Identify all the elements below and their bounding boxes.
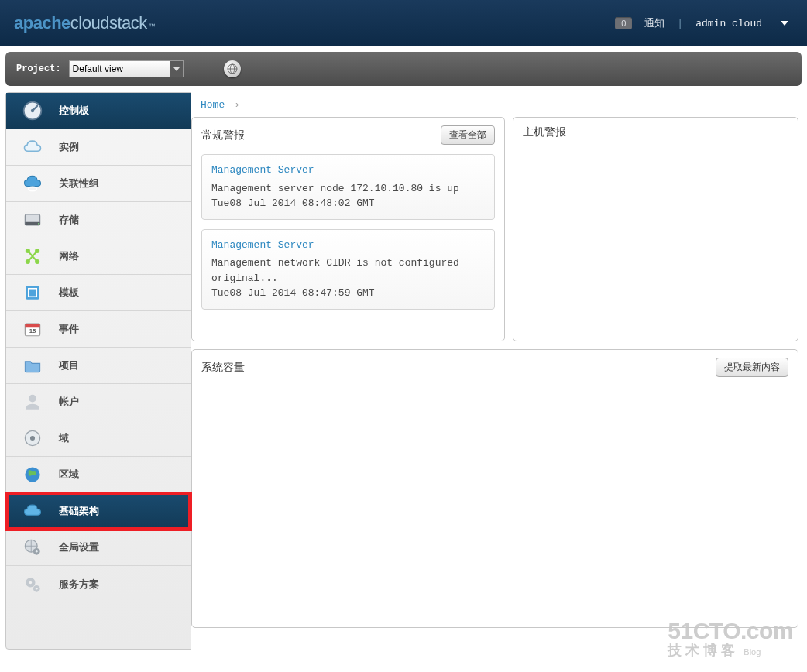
svg-point-28 <box>36 587 38 589</box>
general-alerts-panel: 常规警报 查看全部 Management Server Management s… <box>191 117 505 341</box>
user-icon <box>22 391 43 413</box>
alert-title: Management Server <box>211 238 485 253</box>
svg-point-20 <box>30 436 35 441</box>
svg-point-18 <box>29 395 36 403</box>
alert-card[interactable]: Management Server Management server node… <box>201 154 495 220</box>
separator: | <box>677 18 683 29</box>
sidebar-item-label: 存储 <box>59 213 79 227</box>
sidebar-item-domains[interactable]: 域 <box>6 420 191 457</box>
svg-point-24 <box>36 550 38 553</box>
project-select-value: Default view <box>73 63 123 74</box>
panel-title: 主机警报 <box>523 125 566 139</box>
sidebar-item-global-settings[interactable]: 全局设置 <box>6 530 191 566</box>
breadcrumb: Home › <box>191 92 802 117</box>
refresh-button[interactable]: 提取最新内容 <box>716 358 788 377</box>
sidebar-item-label: 区域 <box>59 468 79 482</box>
sidebar-item-label: 模板 <box>59 286 79 300</box>
sidebar-item-label: 全局设置 <box>59 540 99 554</box>
sidebar-item-accounts[interactable]: 帐户 <box>6 384 191 420</box>
sidebar-item-templates[interactable]: 模板 <box>6 275 191 311</box>
chevron-right-icon: › <box>235 98 239 110</box>
alert-body: Management network CIDR is not configure… <box>211 255 485 286</box>
sidebar-item-network[interactable]: 网络 <box>6 238 191 275</box>
sidebar-item-infrastructure[interactable]: 基础架构 <box>6 493 191 530</box>
calendar-icon: 15 <box>22 318 43 340</box>
alert-timestamp: Tue08 Jul 2014 08:48:02 GMT <box>211 196 485 211</box>
dashboard-icon <box>22 100 43 122</box>
sidebar-item-regions[interactable]: 区域 <box>6 457 191 493</box>
svg-point-4 <box>31 109 34 112</box>
main-content: Home › 常规警报 查看全部 Management Server Manag… <box>191 92 802 650</box>
gears-icon <box>22 574 43 595</box>
notification-label[interactable]: 通知 <box>644 16 664 30</box>
svg-point-26 <box>29 581 33 584</box>
sidebar-item-label: 关联性组 <box>59 177 99 190</box>
sidebar-item-projects[interactable]: 项目 <box>6 348 191 384</box>
system-capacity-panel: 系统容量 提取最新内容 <box>191 349 798 628</box>
sidebar-item-storage[interactable]: 存储 <box>6 202 191 238</box>
project-toolbar: Project: Default view <box>5 52 802 86</box>
sidebar-item-instances[interactable]: 实例 <box>6 129 191 166</box>
network-icon <box>22 245 43 267</box>
svg-point-8 <box>38 223 39 225</box>
sidebar-item-label: 控制板 <box>59 104 89 118</box>
panel-title: 系统容量 <box>201 361 245 375</box>
sidebar-item-label: 域 <box>59 431 69 445</box>
project-label: Project: <box>16 63 61 74</box>
top-header: apache cloudstack ™ 0 通知 | admin cloud <box>0 0 807 46</box>
globe-icon <box>226 63 239 75</box>
host-alerts-panel: 主机警报 <box>513 117 798 341</box>
sidebar-item-label: 基础架构 <box>59 504 99 518</box>
chevron-down-icon <box>170 61 183 77</box>
sidebar-item-affinity[interactable]: 关联性组 <box>6 166 191 202</box>
storage-icon <box>22 209 43 231</box>
alert-timestamp: Tue08 Jul 2014 08:47:59 GMT <box>211 286 485 301</box>
sidebar-item-label: 事件 <box>59 322 79 336</box>
user-menu[interactable]: admin cloud <box>695 18 793 29</box>
globe-gear-icon <box>22 537 43 558</box>
cloud-icon <box>22 136 43 158</box>
alert-card[interactable]: Management Server Management network CID… <box>201 229 495 310</box>
sidebar-item-label: 服务方案 <box>59 578 99 591</box>
folder-icon <box>22 355 43 376</box>
header-right: 0 通知 | admin cloud <box>615 16 793 30</box>
chevron-down-icon <box>781 21 788 26</box>
sidebar-nav: 控制板 实例 关联性组 存储 网络 模板 15 事件 项目 <box>5 92 191 650</box>
panel-title: 常规警报 <box>201 129 245 142</box>
svg-rect-13 <box>26 286 39 300</box>
sidebar-item-label: 实例 <box>59 140 79 154</box>
cloud-link-icon <box>22 173 43 194</box>
sidebar-item-label: 项目 <box>59 358 79 372</box>
view-all-button[interactable]: 查看全部 <box>441 125 495 145</box>
svg-text:15: 15 <box>29 327 36 334</box>
notification-count-badge[interactable]: 0 <box>615 17 632 29</box>
disc-icon <box>22 427 43 449</box>
sidebar-item-label: 网络 <box>59 249 79 263</box>
sidebar-item-service-offerings[interactable]: 服务方案 <box>6 566 191 602</box>
globe-region-icon <box>22 464 43 485</box>
globe-button[interactable] <box>224 60 241 77</box>
sidebar-item-events[interactable]: 15 事件 <box>6 311 191 348</box>
logo-text-light: cloudstack <box>70 13 147 33</box>
user-label: admin cloud <box>695 18 762 29</box>
cloud-infra-icon <box>22 500 43 522</box>
logo-trademark: ™ <box>149 22 156 30</box>
alert-title: Management Server <box>211 163 485 178</box>
svg-point-5 <box>29 187 37 190</box>
logo: apache cloudstack ™ <box>14 13 156 33</box>
sidebar-item-label: 帐户 <box>59 395 79 409</box>
sidebar-item-dashboard[interactable]: 控制板 <box>6 93 191 129</box>
alert-body: Management server node 172.10.10.80 is u… <box>211 181 485 197</box>
svg-rect-7 <box>25 222 39 225</box>
project-select[interactable]: Default view <box>69 60 184 77</box>
breadcrumb-home[interactable]: Home <box>201 99 225 111</box>
template-icon <box>22 282 43 303</box>
logo-text-bold: apache <box>14 13 70 33</box>
